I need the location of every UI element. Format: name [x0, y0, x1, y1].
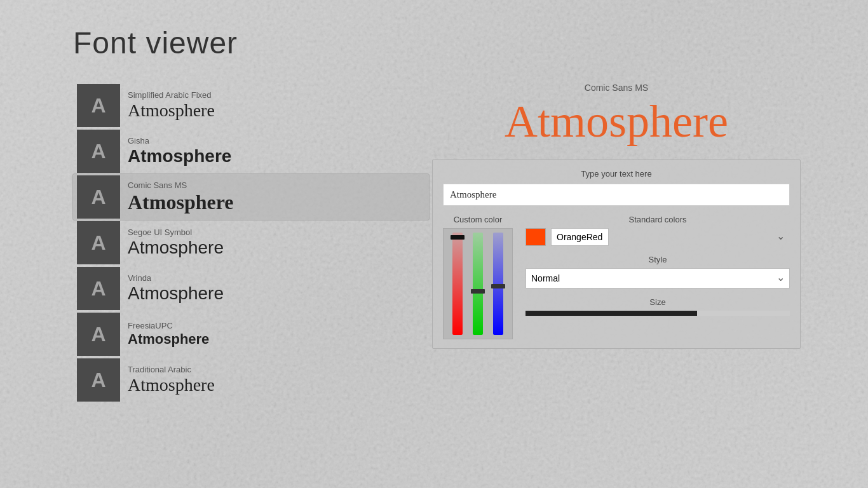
font-sample: Atmosphere	[128, 238, 224, 258]
red-thumb	[451, 235, 465, 240]
font-info: FreesiaUPC Atmosphere	[128, 321, 209, 347]
green-thumb	[471, 289, 485, 294]
font-info: Segoe UI Symbol Atmosphere	[128, 227, 224, 258]
font-sample: Atmosphere	[128, 191, 234, 214]
color-select-wrapper: OrangeRed Red Blue Green Black White	[551, 228, 790, 246]
controls-row: Custom color	[443, 215, 790, 339]
font-icon: A	[77, 130, 120, 173]
controls-box: Type your text here Custom color	[432, 159, 801, 349]
font-name-label: Simplified Arabic Fixed	[128, 90, 215, 100]
custom-color-section: Custom color	[443, 215, 513, 339]
style-select-wrapper: Normal Bold Italic Bold Italic	[526, 268, 790, 288]
font-icon: A	[77, 175, 120, 219]
font-name-label: Gisha	[128, 136, 231, 146]
font-sample: Atmosphere	[128, 284, 224, 304]
style-label: Style	[526, 255, 790, 264]
font-name-label: FreesiaUPC	[128, 321, 209, 330]
font-list-item-comic-sans-ms[interactable]: A Comic Sans MS Atmosphere	[73, 174, 429, 220]
font-icon: A	[77, 313, 120, 356]
size-label: Size	[526, 297, 790, 307]
style-select[interactable]: Normal Bold Italic Bold Italic	[526, 268, 790, 288]
font-list-item-traditional-arabic[interactable]: A Traditional Arabic Atmosphere	[73, 357, 429, 403]
color-dropdown-row: OrangeRed Red Blue Green Black White	[526, 228, 790, 246]
blue-thumb	[491, 284, 505, 288]
standard-colors-label: Standard colors	[526, 215, 790, 224]
font-info: Vrinda Atmosphere	[128, 273, 224, 304]
font-sample: Atmosphere	[128, 147, 231, 166]
color-swatch	[526, 228, 546, 246]
blue-slider-col	[491, 233, 506, 335]
standard-colors-section: Standard colors OrangeRed Red Blue Green…	[526, 215, 790, 316]
font-name-label: Comic Sans MS	[128, 180, 234, 190]
font-info: Comic Sans MS Atmosphere	[128, 180, 234, 214]
preview-panel: Comic Sans MS Atmosphere Type your text …	[432, 83, 801, 349]
font-list-item-segoe-ui-symbol[interactable]: A Segoe UI Symbol Atmosphere	[73, 220, 429, 266]
custom-color-label: Custom color	[443, 215, 513, 224]
red-track[interactable]	[452, 233, 463, 335]
color-select[interactable]: OrangeRed Red Blue Green Black White	[551, 228, 609, 246]
font-list: A Simplified Arabic Fixed Atmosphere A G…	[73, 83, 429, 403]
green-slider-col	[470, 233, 485, 335]
font-info: Traditional Arabic Atmosphere	[128, 365, 215, 395]
size-slider-container	[526, 311, 790, 316]
font-icon: A	[77, 267, 120, 310]
type-prompt-label: Type your text here	[443, 169, 790, 179]
text-input[interactable]	[443, 184, 790, 206]
font-icon: A	[77, 84, 120, 127]
font-list-item-vrinda[interactable]: A Vrinda Atmosphere	[73, 266, 429, 311]
page-title: Font viewer	[73, 25, 238, 60]
font-icon: A	[77, 221, 120, 264]
font-icon: A	[77, 358, 120, 402]
font-sample: Atmosphere	[128, 332, 209, 347]
font-name-label: Vrinda	[128, 273, 224, 283]
font-info: Simplified Arabic Fixed Atmosphere	[128, 90, 215, 121]
font-sample: Atmosphere	[128, 376, 215, 395]
font-list-item-freesiaupc[interactable]: A FreesiaUPC Atmosphere	[73, 311, 429, 357]
font-info: Gisha Atmosphere	[128, 136, 231, 166]
font-name-label: Traditional Arabic	[128, 365, 215, 374]
font-name-label: Segoe UI Symbol	[128, 227, 224, 237]
blue-track[interactable]	[493, 233, 503, 335]
size-slider[interactable]	[526, 311, 790, 316]
font-list-item-gisha[interactable]: A Gisha Atmosphere	[73, 128, 429, 174]
preview-text-display: Atmosphere	[432, 97, 801, 147]
sliders-bg-box	[443, 228, 513, 339]
font-list-item-simplified-arabic-fixed[interactable]: A Simplified Arabic Fixed Atmosphere	[73, 83, 429, 128]
font-sample: Atmosphere	[128, 101, 215, 121]
red-slider-col	[450, 233, 465, 335]
green-track[interactable]	[473, 233, 483, 335]
preview-font-name: Comic Sans MS	[432, 83, 801, 93]
